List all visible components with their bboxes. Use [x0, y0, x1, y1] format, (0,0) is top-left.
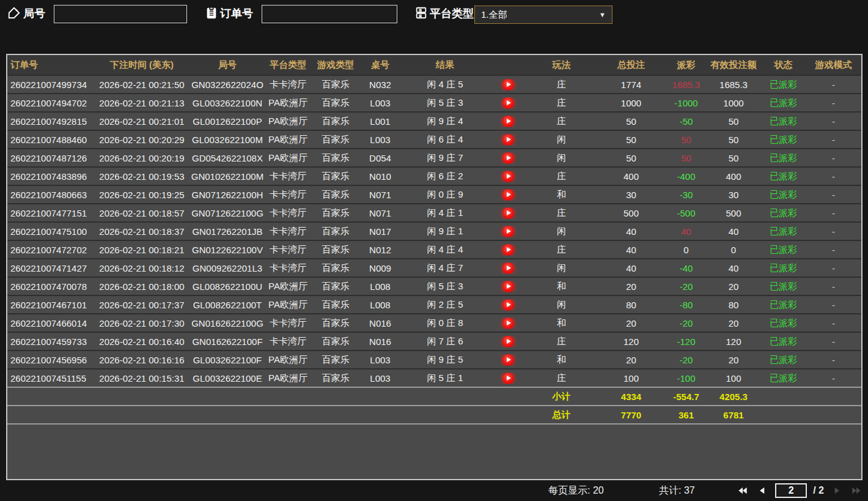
bet-on-cell: 和	[527, 317, 596, 329]
table-no-cell: N009	[359, 263, 401, 273]
table-no-cell: N016	[359, 336, 401, 347]
play-video-button[interactable]	[502, 317, 514, 329]
valid-bet-cell: 20	[706, 281, 761, 292]
table-row: 2602210074569562026-02-21 00:16:16GL0032…	[7, 350, 861, 368]
bet-on-cell: 和	[527, 189, 596, 201]
total-bet-cell: 20	[596, 281, 666, 292]
bet-on-cell: 庄	[527, 171, 596, 182]
last-page-button[interactable]	[850, 484, 863, 497]
column-header: 有效投注额	[706, 59, 761, 71]
valid-bet-cell: 30	[706, 190, 761, 200]
status-cell: 已派彩	[761, 299, 806, 311]
status-cell: 已派彩	[761, 336, 806, 347]
round-id-cell: GN0162622100G	[191, 318, 264, 328]
bet-time-cell: 2026-02-21 00:21:13	[93, 98, 191, 108]
platform-cell: 卡卡湾厅	[264, 317, 312, 329]
total-bet-cell: 1774	[596, 80, 666, 90]
play-video-button[interactable]	[502, 299, 514, 311]
grand-total-row: 总计77703616781	[7, 405, 861, 423]
result-video-cell	[489, 152, 527, 164]
platform-cell: PA欧洲厅	[264, 354, 312, 366]
round-id-label: 局号	[23, 6, 45, 21]
subtotal-row-valid-bet: 4205.3	[706, 392, 761, 402]
game-type-cell: 百家乐	[312, 262, 359, 274]
column-header: 平台类型	[264, 59, 312, 71]
play-video-button[interactable]	[502, 152, 514, 164]
game-type-cell: 百家乐	[312, 244, 359, 256]
table-no-cell: N016	[359, 318, 401, 328]
total-bet-cell: 30	[596, 190, 666, 200]
game-type-cell: 百家乐	[312, 134, 359, 146]
page-number-input[interactable]	[775, 483, 807, 498]
result-cell: 闲 9 庄 4	[401, 116, 489, 127]
total-bet-cell: 500	[596, 208, 666, 218]
total-bet-cell: 120	[596, 336, 666, 347]
play-video-button[interactable]	[502, 281, 514, 292]
payout-cell: 40	[666, 226, 706, 237]
pager-controls: / 2	[736, 483, 863, 498]
bet-on-cell: 闲	[527, 152, 596, 164]
payout-cell: -20	[666, 281, 706, 292]
platform-cell: 卡卡湾厅	[264, 336, 312, 347]
bet-on-cell: 庄	[527, 244, 596, 256]
game-mode-cell: -	[806, 208, 861, 218]
play-video-button[interactable]	[502, 79, 514, 91]
result-video-cell	[489, 262, 527, 274]
valid-bet-cell: 20	[706, 355, 761, 365]
valid-bet-cell: 120	[706, 336, 761, 347]
table-no-cell: N010	[359, 171, 401, 182]
round-id-input[interactable]	[54, 5, 187, 23]
play-video-button[interactable]	[502, 354, 514, 366]
payout-cell: 1685.3	[666, 80, 706, 90]
bet-on-cell: 庄	[527, 336, 596, 347]
platform-cell: PA欧洲厅	[264, 134, 312, 146]
total-bet-cell: 40	[596, 226, 666, 237]
order-id-cell: 260221007456956	[7, 355, 93, 365]
bet-time-cell: 2026-02-21 00:19:25	[93, 190, 191, 200]
valid-bet-cell: 0	[706, 245, 761, 255]
subtotal-row-bet-on: 小计	[527, 391, 596, 403]
play-video-button[interactable]	[502, 171, 514, 182]
payout-cell: -500	[666, 208, 706, 218]
order-id-input[interactable]	[262, 5, 397, 23]
total-bet-cell: 80	[596, 300, 666, 310]
platform-cell: 卡卡湾厅	[264, 189, 312, 201]
first-page-button[interactable]	[736, 484, 749, 497]
result-cell: 闲 0 庄 8	[401, 317, 489, 329]
play-video-button[interactable]	[502, 207, 514, 219]
result-cell: 闲 4 庄 1	[401, 207, 489, 219]
status-cell: 已派彩	[761, 189, 806, 201]
game-mode-cell: -	[806, 300, 861, 310]
order-id-cell: 260221007483896	[7, 171, 93, 182]
bet-on-cell: 庄	[527, 79, 596, 91]
play-video-button[interactable]	[502, 226, 514, 237]
result-cell: 闲 5 庄 1	[401, 373, 489, 384]
result-video-cell	[489, 373, 527, 384]
game-type-cell: 百家乐	[312, 226, 359, 237]
platform-cell: 卡卡湾厅	[264, 207, 312, 219]
play-video-button[interactable]	[502, 189, 514, 201]
play-video-button[interactable]	[502, 116, 514, 127]
payout-cell: -80	[666, 300, 706, 310]
status-cell: 已派彩	[761, 262, 806, 274]
result-cell: 闲 9 庄 7	[401, 152, 489, 164]
game-type-cell: 百家乐	[312, 373, 359, 384]
play-video-button[interactable]	[502, 373, 514, 384]
table-row: 2602210074771512026-02-21 00:18:57GN0712…	[7, 203, 861, 221]
next-page-button[interactable]	[830, 484, 844, 497]
play-video-button[interactable]	[502, 336, 514, 347]
play-video-button[interactable]	[502, 97, 514, 109]
result-video-cell	[489, 226, 527, 237]
play-video-button[interactable]	[502, 262, 514, 274]
order-id-cell: 260221007470078	[7, 281, 93, 292]
play-video-button[interactable]	[502, 244, 514, 256]
platform-type-select[interactable]: 1.全部 ▼	[474, 6, 612, 24]
table-row: 2602210074928152026-02-21 00:21:01GL0012…	[7, 111, 861, 130]
clipboard-icon	[205, 6, 218, 20]
table-row: 2602210074884602026-02-21 00:20:29GL0032…	[7, 130, 861, 148]
bet-on-cell: 庄	[527, 97, 596, 109]
result-cell: 闲 9 庄 1	[401, 226, 489, 237]
platform-cell: 卡卡湾厅	[264, 226, 312, 237]
play-video-button[interactable]	[502, 134, 514, 146]
previous-page-button[interactable]	[756, 484, 769, 497]
